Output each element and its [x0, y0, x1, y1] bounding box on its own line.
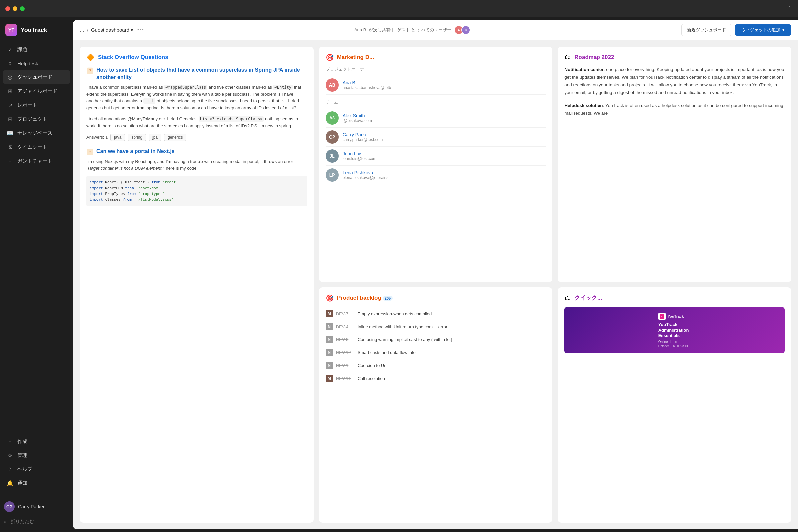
sidebar-logo[interactable]: YT YouTrack: [0, 21, 73, 42]
quick-brand: YT YouTrack: [658, 312, 691, 320]
member-email: carry.parker@test.com: [343, 137, 383, 142]
collapse-button[interactable]: « 折りたたむ: [0, 515, 73, 528]
tag-java[interactable]: java: [110, 134, 125, 141]
sidebar-item-label: タイムシート: [17, 144, 47, 150]
breadcrumb-separator: /: [87, 27, 89, 33]
question-body-3: I'm using Next.js with my React app, and…: [87, 158, 307, 172]
projects-icon: ⊟: [7, 116, 13, 122]
header-actions: 新規ダッシュボード ウィジェットの追加 ▾: [681, 24, 791, 36]
add-widget-label: ウィジェットの追加: [741, 27, 780, 33]
sidebar-item-issues[interactable]: ✓ 課題: [3, 42, 71, 56]
fullscreen-button[interactable]: [20, 6, 25, 11]
widget-stack-overflow: 🔶 Stack Overflow Questions ? How to save…: [80, 46, 314, 523]
item-title: Empty expression-when gets compiled: [358, 311, 546, 316]
member-info: Carry Parker carry.parker@test.com: [343, 132, 383, 142]
backlog-item-6[interactable]: M DEV-11 Call resolution: [325, 372, 546, 385]
member-name: Lena Pishkova: [343, 170, 389, 175]
dashboard-title: Guest dashboard: [91, 27, 129, 33]
backlog-item-4[interactable]: N DEV-12 Smart casts and data flow info: [325, 346, 546, 359]
chevron-down-icon: ▾: [782, 27, 785, 32]
avatar: JL: [325, 149, 339, 163]
member-email: anastasia.bartasheva@jetb: [343, 86, 391, 90]
tag-jpa[interactable]: jpa: [149, 134, 161, 141]
minimize-button[interactable]: [13, 6, 17, 11]
sidebar-item-create[interactable]: + 作成: [3, 435, 71, 448]
avatar: AS: [325, 111, 339, 125]
team-member-1: AS Alex Smith l@pishkova.com: [325, 109, 546, 128]
backlog-item-3[interactable]: N DEV-3 Confusing warning implicit cast …: [325, 333, 546, 346]
sidebar-item-agile[interactable]: ⊞ アジャイルボード: [3, 84, 71, 98]
roadmap-bold-2: Helpdesk solution: [564, 103, 603, 108]
sidebar-item-gantt[interactable]: ≡ ガントチャート: [3, 154, 71, 168]
member-info: Ana B. anastasia.bartasheva@jetb: [343, 80, 391, 90]
breadcrumb-options[interactable]: •••: [137, 26, 144, 33]
team-label: チーム: [325, 99, 546, 106]
team-member-2: CP Carry Parker carry.parker@test.com: [325, 128, 546, 147]
gear-icon: ⚙: [7, 452, 13, 458]
sidebar-item-reports[interactable]: ↗ レポート: [3, 98, 71, 112]
sidebar-item-knowledge[interactable]: 📖 ナレッジベース: [3, 126, 71, 140]
sidebar-item-label: 作成: [17, 438, 27, 444]
backlog-item-1[interactable]: M DEV-7 Empty expression-when gets compi…: [325, 307, 546, 320]
traffic-lights: [5, 6, 25, 11]
shared-avatars: A C: [454, 25, 471, 35]
backlog-count-badge: 205: [383, 296, 393, 301]
sidebar-item-helpdesk[interactable]: ○ Helpdesk: [3, 57, 71, 70]
bell-icon: 🔔: [7, 480, 13, 487]
stack-overflow-icon: 🔶: [87, 53, 95, 61]
create-icon: +: [7, 438, 13, 444]
svg-text:YT: YT: [660, 315, 664, 318]
item-title: Call resolution: [358, 376, 546, 381]
dashboard: 🔶 Stack Overflow Questions ? How to save…: [73, 40, 798, 529]
widget-header: 🗂 クイック…: [564, 294, 785, 302]
widget-header: 🔶 Stack Overflow Questions: [87, 53, 307, 61]
answers-count: Answers: 1: [87, 135, 108, 140]
team-member-3: JL John Luis john.luis@test.com: [325, 147, 546, 166]
breadcrumb-ellipsis: …: [80, 27, 84, 33]
sidebar-user[interactable]: CP Carry Parker: [0, 498, 73, 515]
title-bar-menu-icon[interactable]: ⋮: [787, 5, 793, 12]
item-letter: N: [325, 336, 333, 343]
new-dashboard-button[interactable]: 新規ダッシュボード: [681, 24, 732, 36]
question-title-row-2: ? Can we have a portal in Next.js: [87, 148, 307, 156]
close-button[interactable]: [5, 6, 10, 11]
tag-spring[interactable]: spring: [128, 134, 146, 141]
sidebar-item-timesheet[interactable]: ⧖ タイムシート: [3, 140, 71, 154]
user-name: Carry Parker: [18, 504, 44, 509]
tag-generics[interactable]: generics: [164, 134, 186, 141]
breadcrumb: … / Guest dashboard ▾: [80, 27, 133, 33]
question-title[interactable]: How to save List of objects that have a …: [96, 66, 307, 81]
backlog-item-2[interactable]: N DEV-4 Inline method with Unit return t…: [325, 320, 546, 333]
collapse-label: 折りたたむ: [11, 519, 34, 525]
question-title-2[interactable]: Can we have a portal in Next.js: [96, 148, 174, 155]
sidebar-nav: ✓ 課題 ○ Helpdesk ◎ ダッシュボード ⊞ アジャイルボード ↗ レ…: [0, 42, 73, 426]
sidebar-item-label: レポート: [17, 102, 37, 108]
avatar: CP: [325, 130, 339, 144]
title-bar: ⋮: [0, 0, 798, 17]
sidebar-item-label: ヘルプ: [17, 466, 32, 473]
member-info: John Luis john.luis@test.com: [343, 151, 377, 161]
member-info: Alex Smith l@pishkova.com: [343, 113, 372, 123]
item-id: DEV-3: [336, 337, 355, 342]
widget-header: 🗂 Roadmap 2022: [564, 53, 785, 61]
add-widget-button[interactable]: ウィジェットの追加 ▾: [735, 24, 791, 36]
sidebar-item-dashboard[interactable]: ◎ ダッシュボード: [3, 71, 71, 84]
member-info: Lena Pishkova elena.pishkova@jetbrains: [343, 170, 389, 180]
breadcrumb-current[interactable]: Guest dashboard ▾: [91, 27, 133, 33]
sidebar-item-label: ナレッジベース: [17, 130, 52, 136]
circle-icon: ○: [7, 60, 13, 66]
sidebar-item-help[interactable]: ? ヘルプ: [3, 462, 71, 476]
quick-thumbnail[interactable]: YT YouTrack YouTrackAdministrationEssent…: [564, 307, 785, 354]
sidebar: YT YouTrack ✓ 課題 ○ Helpdesk ◎ ダッシュボード ⊞ …: [0, 17, 73, 532]
sidebar-item-notify[interactable]: 🔔 通知: [3, 476, 71, 490]
widget-marketing: 🎯 Marketing D... プロジェクトオーナー AB Ana B. an…: [319, 46, 553, 282]
question-1: ? How to save List of objects that have …: [87, 66, 307, 141]
backlog-item-5[interactable]: N DEV-1 Coercion to Unit: [325, 359, 546, 372]
header: … / Guest dashboard ▾ ••• Ana B. が次に共有中:…: [73, 20, 798, 40]
code-block: import React, { useEffect } from 'react'…: [87, 176, 307, 206]
sidebar-item-projects[interactable]: ⊟ プロジェクト: [3, 112, 71, 126]
sidebar-bottom: + 作成 ⚙ 管理 ? ヘルプ 🔔 通知: [0, 432, 73, 492]
quick-sub-title: Online demo: [658, 340, 691, 344]
sidebar-item-manage[interactable]: ⚙ 管理: [3, 449, 71, 462]
sidebar-item-label: 通知: [17, 480, 27, 487]
